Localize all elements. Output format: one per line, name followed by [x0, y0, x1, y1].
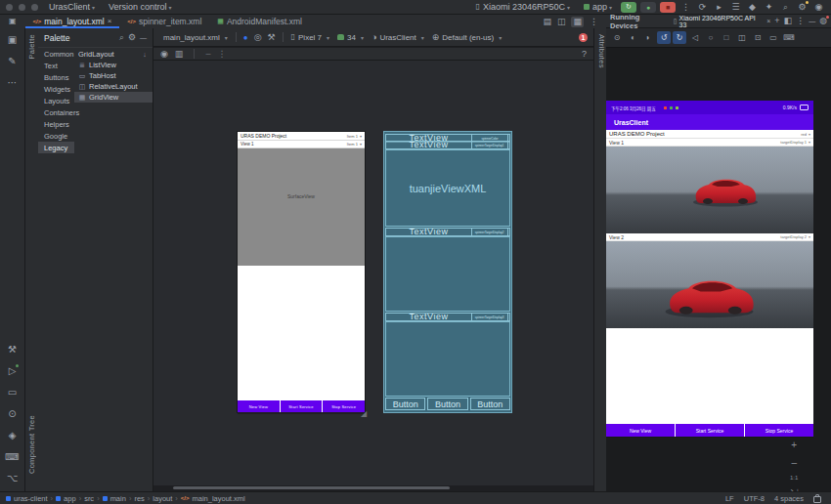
- hide-panel-button[interactable]: —: [809, 17, 815, 25]
- tab-android-manifest[interactable]: ▦ AndroidManifest.xml: [209, 15, 310, 28]
- item-gridlayout[interactable]: GridLayout ↓: [74, 49, 153, 60]
- notifications-button[interactable]: ◍: [819, 17, 827, 25]
- blueprint-button-1[interactable]: Button: [385, 398, 425, 410]
- commit-tool-button[interactable]: ✎: [8, 56, 16, 66]
- search-everywhere-button[interactable]: ⌕: [777, 2, 794, 13]
- project-folder-icon[interactable]: ▣: [0, 18, 25, 25]
- account-button[interactable]: ◉: [810, 2, 827, 12]
- zoom-out-button[interactable]: –: [791, 457, 797, 468]
- build-variants-button[interactable]: ☰: [727, 2, 744, 12]
- item-gridview[interactable]: ▦ GridView: [74, 92, 153, 103]
- volume-down-button[interactable]: ◗: [641, 31, 655, 44]
- crumb-project[interactable]: uras-client: [14, 494, 48, 503]
- home-button[interactable]: ○: [704, 31, 718, 44]
- category-common[interactable]: Common: [38, 48, 74, 60]
- new-view-button[interactable]: New View: [606, 424, 675, 437]
- color-spinner[interactable]: red ▾: [801, 132, 810, 137]
- color-spinner[interactable]: Item 1 ▾: [347, 134, 362, 139]
- blueprint-button-3[interactable]: Button: [470, 398, 510, 410]
- close-icon[interactable]: ×: [108, 18, 112, 25]
- rerun-button[interactable]: ↻: [621, 2, 636, 13]
- crumb-res[interactable]: res: [134, 494, 144, 503]
- night-mode-button[interactable]: ⚒: [265, 33, 279, 42]
- stop-button[interactable]: ■: [660, 2, 676, 13]
- window-layout-button[interactable]: ◧: [784, 17, 793, 25]
- blueprint-surfaceview-3[interactable]: [385, 321, 510, 397]
- blueprint-spinner-target1[interactable]: spinnerTargetDisplay1: [471, 141, 508, 149]
- close-icon[interactable]: ×: [766, 18, 770, 24]
- item-relativelayout[interactable]: ◫ RelativeLayout: [74, 81, 153, 92]
- device-manager-button[interactable]: ▭: [8, 387, 17, 398]
- crumb-layout[interactable]: layout: [153, 494, 172, 503]
- run-tool-button[interactable]: ▷: [9, 365, 17, 376]
- add-device-button[interactable]: +: [774, 17, 779, 25]
- layout-variants-button[interactable]: ▥: [175, 50, 184, 59]
- device-selector[interactable]: ▯ Xiaomi 23046RP50C ▾: [468, 2, 576, 12]
- component-tree-vertical-tab[interactable]: Component Tree: [27, 415, 36, 474]
- locale-picker[interactable]: ⊕ Default (en-us) ▾: [428, 33, 505, 42]
- item-listview[interactable]: ≣ ListView: [74, 60, 153, 70]
- zoom-in-button[interactable]: +: [791, 440, 797, 450]
- design-preview-device[interactable]: URAS DEMO Project Item 1 ▾ View 1 Item 1…: [238, 132, 365, 412]
- more-actions-button[interactable]: ⋮: [678, 2, 694, 12]
- item-tabhost[interactable]: ▭ TabHost: [74, 70, 153, 81]
- window-close-button[interactable]: [6, 4, 13, 11]
- screen-record-button[interactable]: ▭: [766, 31, 780, 44]
- run-config-selector[interactable]: app ▾: [577, 2, 619, 12]
- tab-main-layout-xml[interactable]: </> main_layout.xml ×: [25, 15, 120, 28]
- running-device-tab[interactable]: ▯ Xiaomi 23046RP50C API 33 ×: [674, 15, 771, 28]
- project-menu[interactable]: UrasClient ▾: [42, 0, 102, 14]
- crumb-main[interactable]: main: [110, 494, 126, 503]
- lock-icon[interactable]: [813, 496, 821, 503]
- profile-button[interactable]: ●: [640, 2, 656, 13]
- app-insights-button[interactable]: ◈: [9, 430, 17, 441]
- stop-service-button[interactable]: Stop Service: [745, 424, 813, 437]
- more-tool-windows-button[interactable]: ⋯: [8, 77, 18, 88]
- start-service-button[interactable]: Start Service: [676, 424, 744, 437]
- device-mirror-screen[interactable]: 下午2:06 3月26日 周五 0.9K/s UrasClient URAS D…: [606, 101, 813, 438]
- back-button[interactable]: ◁: [688, 31, 702, 44]
- build-tool-button[interactable]: ⚒: [8, 344, 17, 355]
- device-picker[interactable]: ▯ Pixel 7 ▾: [287, 33, 333, 42]
- palette-search-button[interactable]: ⌕: [119, 33, 124, 42]
- volume-up-button[interactable]: ◖: [626, 31, 639, 44]
- stop-service-button[interactable]: Stop Service: [323, 400, 365, 412]
- api-picker[interactable]: 34 ▾: [333, 33, 368, 42]
- resize-handle-icon[interactable]: ◢: [361, 409, 367, 418]
- ai-assistant-button[interactable]: ✦: [761, 2, 777, 12]
- palette-hide-button[interactable]: —: [140, 33, 147, 42]
- run-anything-button[interactable]: ▸: [711, 2, 727, 12]
- project-tool-button[interactable]: ▣: [8, 34, 17, 45]
- view2-target-spinner[interactable]: targetDisplay 2 ▾: [780, 234, 810, 239]
- screenshot-button[interactable]: ⊡: [751, 31, 765, 44]
- category-layouts[interactable]: Layouts: [38, 95, 74, 106]
- view1-target-spinner[interactable]: targetDisplay 1 ▾: [780, 140, 810, 145]
- blueprint-preview-device[interactable]: TextView spinnerColor TextView spinnerTa…: [384, 132, 511, 412]
- split-view-button[interactable]: ◫: [557, 18, 566, 26]
- vcs-menu[interactable]: Version control ▾: [102, 0, 179, 14]
- attributes-vertical-tab[interactable]: Attributes: [597, 34, 606, 68]
- window-zoom-button[interactable]: [31, 4, 38, 11]
- design-view-button[interactable]: ▦: [571, 17, 584, 27]
- encoding-widget[interactable]: UTF-8: [744, 494, 765, 503]
- design-surface-button[interactable]: ●: [241, 33, 251, 42]
- panel-options-button[interactable]: ⋮: [796, 17, 805, 25]
- power-button[interactable]: ⊙: [610, 31, 624, 44]
- indent-widget[interactable]: 4 spaces: [774, 494, 804, 503]
- blueprint-textview-row-3[interactable]: TextView spinnerTargetDisplay2: [385, 228, 510, 236]
- blueprint-textview-row-4[interactable]: TextView spinnerTargetDisplay3: [385, 313, 510, 321]
- error-count-badge[interactable]: 1: [579, 33, 588, 42]
- blueprint-textview-row-2[interactable]: TextView spinnerTargetDisplay1: [385, 141, 510, 149]
- recents-button[interactable]: □: [720, 31, 733, 44]
- terminal-tool-button[interactable]: ⌨: [5, 451, 19, 462]
- canvas-horizontal-scrollbar[interactable]: [173, 486, 450, 489]
- code-view-button[interactable]: ▤: [543, 18, 551, 26]
- crumb-file[interactable]: main_layout.xml: [193, 494, 245, 503]
- align-vertical-button[interactable]: ⋮: [217, 50, 226, 59]
- category-text[interactable]: Text: [38, 60, 74, 71]
- theme-picker[interactable]: ◑ UrasClient ▾: [368, 33, 428, 42]
- problems-tool-button[interactable]: ⊙: [8, 408, 16, 419]
- blueprint-surface-button[interactable]: ◎: [251, 33, 265, 42]
- align-horizontal-button[interactable]: –: [205, 50, 210, 59]
- editor-options-button[interactable]: ⋮: [590, 18, 598, 26]
